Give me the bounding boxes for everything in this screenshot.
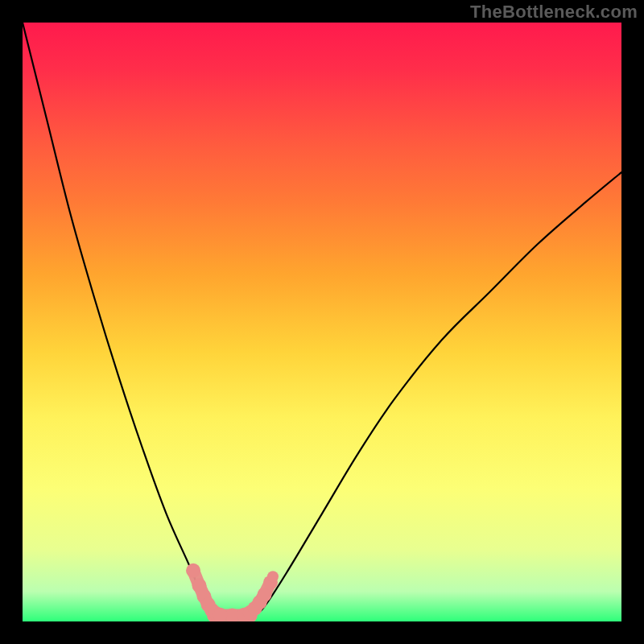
marker-layer	[186, 564, 279, 621]
svg-point-17	[213, 608, 228, 621]
watermark-text: TheBottleneck.com	[470, 2, 638, 23]
svg-point-11	[186, 564, 200, 578]
plot-area	[23, 23, 621, 621]
chart-frame: TheBottleneck.com	[0, 0, 644, 644]
svg-point-29	[267, 571, 279, 582]
curve-layer	[23, 23, 621, 616]
chart-svg	[23, 23, 621, 621]
